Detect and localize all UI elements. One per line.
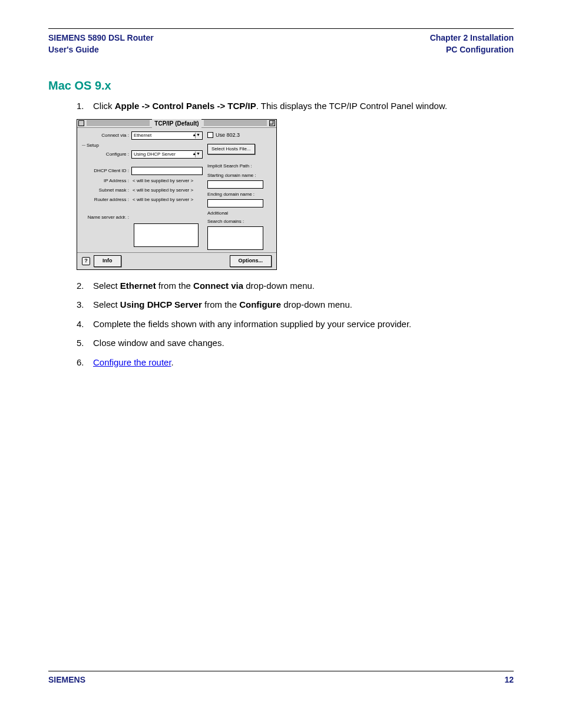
connect-via-dropdown[interactable]: Ethernet ▲▼: [131, 131, 203, 140]
header-section: PC Configuration: [430, 44, 514, 56]
header-chapter: Chapter 2 Installation: [430, 32, 514, 44]
step-number: 3.: [77, 298, 93, 312]
step-number: 6.: [77, 356, 93, 370]
footer-brand: SIEMENS: [48, 675, 85, 684]
step-number: 5.: [77, 337, 93, 350]
starting-domain-input[interactable]: [207, 180, 263, 189]
step-text: . This displays the TCP/IP Control Panel…: [256, 101, 447, 111]
supplied-text: < will be supplied by server >: [131, 177, 193, 185]
zoom-icon[interactable]: [269, 120, 275, 126]
step-number: 4.: [77, 318, 93, 331]
tcpip-screenshot: TCP/IP (Default) Connect via : Ethernet …: [77, 119, 277, 270]
supplied-text: < will be supplied by server >: [131, 196, 193, 203]
step-6: 6. Configure the router.: [77, 356, 514, 370]
step-text: .: [171, 357, 174, 367]
step-number: 1.: [77, 100, 93, 113]
step-bold: Connect via: [193, 281, 243, 291]
dropdown-value: Ethernet: [134, 132, 151, 139]
content-body: 1. Click Apple -> Control Panels -> TCP/…: [77, 100, 514, 369]
search-domains-input[interactable]: [207, 226, 263, 250]
configure-label: Configure :: [82, 151, 131, 158]
chevron-updown-icon: ▲▼: [192, 132, 200, 139]
connect-via-label: Connect via :: [82, 132, 131, 139]
step-text: drop-down menu.: [243, 281, 315, 291]
supplied-text: < will be supplied by server >: [131, 187, 193, 194]
router-address-label: Router address :: [82, 196, 131, 203]
step-1: 1. Click Apple -> Control Panels -> TCP/…: [77, 100, 514, 113]
step-4: 4. Complete the fields shown with any in…: [77, 318, 514, 331]
ending-domain-input[interactable]: [207, 199, 263, 207]
header-title-2: User's Guide: [48, 44, 154, 56]
page-footer: SIEMENS 12: [48, 671, 514, 684]
step-text: drop-down menu.: [281, 299, 352, 309]
step-bold: Configure: [239, 299, 281, 309]
step-3: 3. Select Using DHCP Server from the Con…: [77, 298, 514, 312]
dhcp-client-label: DHCP Client ID :: [82, 167, 131, 174]
subnet-mask-label: Subnet mask :: [82, 187, 131, 194]
step-bold: Using DHCP Server: [120, 299, 202, 309]
section-title: Mac OS 9.x: [48, 79, 514, 93]
ending-domain-label: Ending domain name :: [207, 191, 272, 198]
name-server-input[interactable]: [134, 223, 199, 247]
step-text: Select: [93, 299, 120, 309]
step-bold: Apple -> Control Panels -> TCP/IP: [115, 101, 256, 111]
header-title-1: SIEMENS 5890 DSL Router: [48, 32, 154, 44]
step-5: 5. Close window and save changes.: [77, 337, 514, 350]
help-icon[interactable]: ?: [82, 257, 90, 265]
configure-router-link[interactable]: Configure the router: [93, 357, 171, 367]
select-hosts-button[interactable]: Select Hosts File...: [207, 144, 255, 154]
ip-address-label: IP Address :: [82, 177, 131, 185]
footer-rule: [48, 671, 514, 671]
chevron-updown-icon: ▲▼: [192, 151, 200, 157]
name-server-label: Name server addr. :: [82, 214, 131, 221]
step-text: Close window and save changes.: [93, 337, 514, 350]
dropdown-value: Using DHCP Server: [134, 151, 176, 158]
titlebar-stripes: [204, 120, 267, 126]
close-icon[interactable]: [78, 120, 84, 126]
window-title: TCP/IP (Default): [152, 119, 201, 128]
step-bold: Ethernet: [120, 281, 156, 291]
step-text: from the: [202, 299, 239, 309]
search-domains-label: Search domains :: [207, 218, 272, 225]
step-text: Click: [93, 101, 115, 111]
dhcp-client-input[interactable]: [131, 167, 203, 175]
step-2: 2. Select Ethernet from the Connect via …: [77, 279, 514, 293]
step-text: from the: [156, 281, 193, 291]
setup-legend: Setup: [87, 142, 203, 149]
starting-domain-label: Starting domain name :: [207, 172, 272, 179]
options-button[interactable]: Options...: [230, 255, 272, 267]
configure-dropdown[interactable]: Using DHCP Server ▲▼: [131, 150, 203, 159]
implicit-label: Implicit Search Path :: [207, 163, 272, 170]
step-number: 2.: [77, 279, 93, 293]
header-rule: [48, 28, 514, 29]
step-text: Select: [93, 281, 120, 291]
step-text: Complete the fields shown with any infor…: [93, 318, 514, 331]
page-header: SIEMENS 5890 DSL Router User's Guide Cha…: [48, 32, 514, 55]
window-titlebar: TCP/IP (Default): [77, 120, 276, 128]
use-8023-checkbox[interactable]: [207, 132, 213, 138]
info-button[interactable]: Info: [94, 255, 121, 267]
additional-label: Additional: [207, 210, 272, 217]
titlebar-stripes: [87, 120, 150, 126]
footer-page-number: 12: [504, 675, 514, 684]
use-8023-label: Use 802.3: [216, 131, 240, 140]
